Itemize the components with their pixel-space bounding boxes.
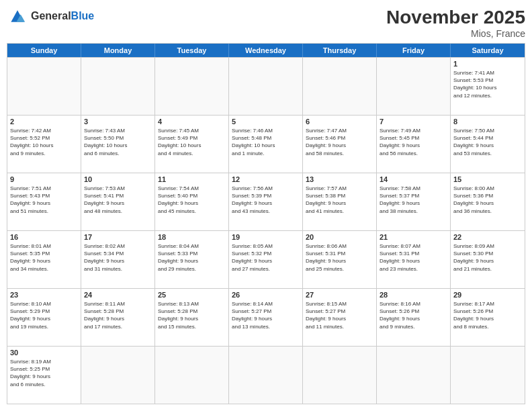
day-cell: 1Sunrise: 7:41 AM Sunset: 5:53 PM Daylig… [451,58,525,115]
day-cell [377,347,451,404]
day-number: 13 [306,175,373,183]
day-cell [7,58,81,115]
day-cell: 7Sunrise: 7:49 AM Sunset: 5:45 PM Daylig… [377,116,451,173]
week-row: 1Sunrise: 7:41 AM Sunset: 5:53 PM Daylig… [7,57,525,115]
day-info: Sunrise: 7:43 AM Sunset: 5:50 PM Dayligh… [84,127,152,157]
day-cell [377,58,451,115]
week-row: 30Sunrise: 8:19 AM Sunset: 5:25 PM Dayli… [7,346,525,404]
day-info: Sunrise: 8:11 AM Sunset: 5:28 PM Dayligh… [84,300,152,330]
day-number: 4 [158,118,226,126]
day-cell: 23Sunrise: 8:10 AM Sunset: 5:29 PM Dayli… [7,289,81,346]
day-info: Sunrise: 8:01 AM Sunset: 5:35 PM Dayligh… [10,242,78,273]
day-info: Sunrise: 8:10 AM Sunset: 5:29 PM Dayligh… [10,300,78,330]
week-row: 16Sunrise: 8:01 AM Sunset: 5:35 PM Dayli… [7,230,525,288]
day-cell: 24Sunrise: 8:11 AM Sunset: 5:28 PM Dayli… [81,289,155,346]
day-number: 7 [380,118,447,126]
day-cell [229,347,303,404]
day-info: Sunrise: 8:04 AM Sunset: 5:33 PM Dayligh… [158,242,226,273]
day-number: 21 [380,233,447,241]
day-info: Sunrise: 7:50 AM Sunset: 5:44 PM Dayligh… [453,127,522,157]
day-headers: SundayMondayTuesdayWednesdayThursdayFrid… [7,44,525,57]
day-info: Sunrise: 7:51 AM Sunset: 5:43 PM Dayligh… [10,185,78,215]
day-number: 16 [10,233,78,241]
day-number: 15 [453,175,522,183]
day-info: Sunrise: 8:00 AM Sunset: 5:36 PM Dayligh… [453,185,522,215]
day-cell [303,58,377,115]
day-number: 18 [158,233,226,241]
day-info: Sunrise: 8:13 AM Sunset: 5:28 PM Dayligh… [158,300,226,330]
page: GeneralBlue November 2025 Mios, France S… [0,0,532,411]
day-cell: 20Sunrise: 8:06 AM Sunset: 5:31 PM Dayli… [303,231,377,288]
day-cell: 30Sunrise: 8:19 AM Sunset: 5:25 PM Dayli… [7,347,81,404]
day-number: 14 [380,175,447,183]
logo: GeneralBlue [7,7,94,26]
logo-icon [7,7,28,26]
day-info: Sunrise: 7:57 AM Sunset: 5:38 PM Dayligh… [306,185,373,215]
day-info: Sunrise: 7:42 AM Sunset: 5:52 PM Dayligh… [10,127,78,157]
day-info: Sunrise: 8:17 AM Sunset: 5:26 PM Dayligh… [453,300,522,330]
day-number: 20 [306,233,373,241]
day-cell [229,58,303,115]
day-cell [451,347,525,404]
day-cell: 16Sunrise: 8:01 AM Sunset: 5:35 PM Dayli… [7,231,81,288]
day-cell: 3Sunrise: 7:43 AM Sunset: 5:50 PM Daylig… [81,116,155,173]
day-number: 29 [453,291,522,299]
day-info: Sunrise: 7:47 AM Sunset: 5:46 PM Dayligh… [306,127,373,157]
day-number: 25 [158,291,226,299]
day-header: Wednesday [229,44,303,57]
day-header: Thursday [303,44,377,57]
day-number: 19 [232,233,300,241]
day-cell: 17Sunrise: 8:02 AM Sunset: 5:34 PM Dayli… [81,231,155,288]
day-number: 9 [10,175,78,183]
day-cell: 11Sunrise: 7:54 AM Sunset: 5:40 PM Dayli… [155,173,229,230]
day-number: 6 [306,118,373,126]
day-header: Sunday [7,44,81,57]
month-title: November 2025 [386,7,525,28]
day-info: Sunrise: 7:49 AM Sunset: 5:45 PM Dayligh… [380,127,447,157]
day-number: 23 [10,291,78,299]
day-cell: 29Sunrise: 8:17 AM Sunset: 5:26 PM Dayli… [451,289,525,346]
day-info: Sunrise: 8:05 AM Sunset: 5:32 PM Dayligh… [232,242,300,273]
day-info: Sunrise: 7:46 AM Sunset: 5:48 PM Dayligh… [232,127,300,157]
day-cell [155,58,229,115]
day-info: Sunrise: 8:09 AM Sunset: 5:30 PM Dayligh… [453,242,522,273]
day-cell: 9Sunrise: 7:51 AM Sunset: 5:43 PM Daylig… [7,173,81,230]
day-number: 17 [84,233,152,241]
day-number: 10 [84,175,152,183]
day-info: Sunrise: 8:19 AM Sunset: 5:25 PM Dayligh… [10,358,78,388]
day-info: Sunrise: 7:54 AM Sunset: 5:40 PM Dayligh… [158,185,226,215]
day-info: Sunrise: 7:41 AM Sunset: 5:53 PM Dayligh… [453,69,522,99]
calendar-body: 1Sunrise: 7:41 AM Sunset: 5:53 PM Daylig… [7,57,525,404]
day-cell: 26Sunrise: 8:14 AM Sunset: 5:27 PM Dayli… [229,289,303,346]
day-info: Sunrise: 7:53 AM Sunset: 5:41 PM Dayligh… [84,185,152,215]
header: GeneralBlue November 2025 Mios, France [7,7,525,39]
day-info: Sunrise: 7:58 AM Sunset: 5:37 PM Dayligh… [380,185,447,215]
day-number: 8 [453,118,522,126]
day-header: Monday [81,44,155,57]
day-number: 24 [84,291,152,299]
day-cell: 10Sunrise: 7:53 AM Sunset: 5:41 PM Dayli… [81,173,155,230]
day-cell: 12Sunrise: 7:56 AM Sunset: 5:39 PM Dayli… [229,173,303,230]
day-info: Sunrise: 8:14 AM Sunset: 5:27 PM Dayligh… [232,300,300,330]
day-info: Sunrise: 7:45 AM Sunset: 5:49 PM Dayligh… [158,127,226,157]
day-cell: 5Sunrise: 7:46 AM Sunset: 5:48 PM Daylig… [229,116,303,173]
day-cell: 28Sunrise: 8:16 AM Sunset: 5:26 PM Dayli… [377,289,451,346]
day-number: 11 [158,175,226,183]
day-cell: 6Sunrise: 7:47 AM Sunset: 5:46 PM Daylig… [303,116,377,173]
day-cell: 2Sunrise: 7:42 AM Sunset: 5:52 PM Daylig… [7,116,81,173]
day-info: Sunrise: 8:02 AM Sunset: 5:34 PM Dayligh… [84,242,152,273]
week-row: 9Sunrise: 7:51 AM Sunset: 5:43 PM Daylig… [7,173,525,230]
day-number: 3 [84,118,152,126]
day-number: 30 [10,349,78,357]
day-cell: 22Sunrise: 8:09 AM Sunset: 5:30 PM Dayli… [451,231,525,288]
day-info: Sunrise: 8:15 AM Sunset: 5:27 PM Dayligh… [306,300,373,330]
day-cell: 4Sunrise: 7:45 AM Sunset: 5:49 PM Daylig… [155,116,229,173]
day-info: Sunrise: 8:07 AM Sunset: 5:31 PM Dayligh… [380,242,447,273]
day-cell: 15Sunrise: 8:00 AM Sunset: 5:36 PM Dayli… [451,173,525,230]
day-cell: 18Sunrise: 8:04 AM Sunset: 5:33 PM Dayli… [155,231,229,288]
day-cell: 8Sunrise: 7:50 AM Sunset: 5:44 PM Daylig… [451,116,525,173]
day-cell [81,347,155,404]
day-number: 26 [232,291,300,299]
title-block: November 2025 Mios, France [386,7,525,39]
week-row: 2Sunrise: 7:42 AM Sunset: 5:52 PM Daylig… [7,115,525,173]
